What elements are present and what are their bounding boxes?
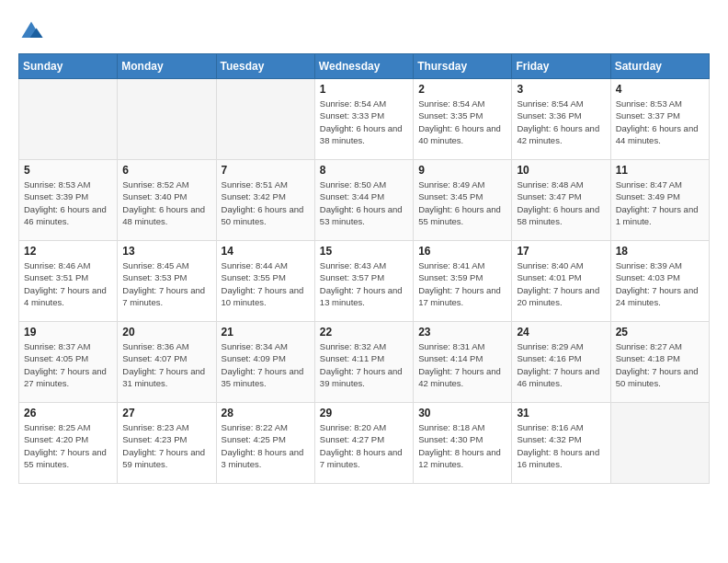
day-info: Sunrise: 8:46 AMSunset: 3:51 PMDaylight:… <box>24 259 112 308</box>
calendar-cell: 21Sunrise: 8:34 AMSunset: 4:09 PMDayligh… <box>216 322 314 403</box>
day-header-wednesday: Wednesday <box>314 54 413 79</box>
day-info: Sunrise: 8:45 AMSunset: 3:53 PMDaylight:… <box>122 259 210 308</box>
calendar-cell: 31Sunrise: 8:16 AMSunset: 4:32 PMDayligh… <box>512 403 610 484</box>
calendar-cell: 3Sunrise: 8:54 AMSunset: 3:36 PMDaylight… <box>512 79 610 160</box>
calendar-cell: 7Sunrise: 8:51 AMSunset: 3:42 PMDaylight… <box>216 160 314 241</box>
calendar-cell: 27Sunrise: 8:23 AMSunset: 4:23 PMDayligh… <box>118 403 216 484</box>
day-number: 18 <box>616 245 704 258</box>
day-number: 5 <box>24 164 112 177</box>
calendar-cell: 10Sunrise: 8:48 AMSunset: 3:47 PMDayligh… <box>512 160 610 241</box>
calendar-cell: 4Sunrise: 8:53 AMSunset: 3:37 PMDaylight… <box>610 79 709 160</box>
day-info: Sunrise: 8:23 AMSunset: 4:23 PMDaylight:… <box>122 421 210 470</box>
day-number: 22 <box>320 326 408 339</box>
calendar-cell <box>610 403 709 484</box>
day-number: 14 <box>222 245 310 258</box>
calendar-week-2: 5Sunrise: 8:53 AMSunset: 3:39 PMDaylight… <box>19 160 710 241</box>
day-number: 1 <box>320 83 408 96</box>
day-info: Sunrise: 8:39 AMSunset: 4:03 PMDaylight:… <box>616 259 704 308</box>
calendar-cell: 13Sunrise: 8:45 AMSunset: 3:53 PMDayligh… <box>118 241 216 322</box>
day-number: 29 <box>320 407 408 419</box>
day-info: Sunrise: 8:54 AMSunset: 3:36 PMDaylight:… <box>517 98 605 146</box>
calendar-cell: 5Sunrise: 8:53 AMSunset: 3:39 PMDaylight… <box>19 160 118 241</box>
calendar-cell: 11Sunrise: 8:47 AMSunset: 3:49 PMDayligh… <box>610 160 709 241</box>
day-info: Sunrise: 8:41 AMSunset: 3:59 PMDaylight:… <box>418 259 506 308</box>
calendar-cell: 24Sunrise: 8:29 AMSunset: 4:16 PMDayligh… <box>512 322 610 403</box>
calendar-week-5: 26Sunrise: 8:25 AMSunset: 4:20 PMDayligh… <box>19 403 710 484</box>
calendar-cell: 18Sunrise: 8:39 AMSunset: 4:03 PMDayligh… <box>610 241 709 322</box>
day-number: 15 <box>320 245 408 258</box>
day-info: Sunrise: 8:29 AMSunset: 4:16 PMDaylight:… <box>517 340 605 389</box>
day-number: 19 <box>24 326 112 339</box>
day-number: 3 <box>517 83 605 96</box>
calendar-week-1: 1Sunrise: 8:54 AMSunset: 3:33 PMDaylight… <box>19 79 710 160</box>
day-number: 6 <box>122 164 210 177</box>
day-info: Sunrise: 8:49 AMSunset: 3:45 PMDaylight:… <box>418 178 506 227</box>
day-number: 24 <box>517 326 605 339</box>
page-header <box>18 18 710 44</box>
calendar-cell: 25Sunrise: 8:27 AMSunset: 4:18 PMDayligh… <box>610 322 709 403</box>
day-number: 16 <box>418 245 506 258</box>
day-info: Sunrise: 8:48 AMSunset: 3:47 PMDaylight:… <box>517 178 605 227</box>
calendar-cell: 9Sunrise: 8:49 AMSunset: 3:45 PMDaylight… <box>414 160 512 241</box>
day-number: 7 <box>222 164 310 177</box>
day-info: Sunrise: 8:54 AMSunset: 3:35 PMDaylight:… <box>418 98 506 146</box>
day-number: 8 <box>320 164 408 177</box>
day-info: Sunrise: 8:53 AMSunset: 3:39 PMDaylight:… <box>24 178 112 227</box>
calendar-cell: 28Sunrise: 8:22 AMSunset: 4:25 PMDayligh… <box>216 403 314 484</box>
day-info: Sunrise: 8:40 AMSunset: 4:01 PMDaylight:… <box>517 259 605 308</box>
day-header-monday: Monday <box>118 54 216 79</box>
day-number: 4 <box>616 83 704 96</box>
day-number: 2 <box>418 83 506 96</box>
day-number: 9 <box>418 164 506 177</box>
day-info: Sunrise: 8:27 AMSunset: 4:18 PMDaylight:… <box>616 340 704 389</box>
day-number: 11 <box>616 164 704 177</box>
day-number: 31 <box>517 407 605 419</box>
day-number: 25 <box>616 326 704 339</box>
calendar-cell: 2Sunrise: 8:54 AMSunset: 3:35 PMDaylight… <box>414 79 512 160</box>
day-info: Sunrise: 8:43 AMSunset: 3:57 PMDaylight:… <box>320 259 408 308</box>
calendar-cell: 30Sunrise: 8:18 AMSunset: 4:30 PMDayligh… <box>414 403 512 484</box>
calendar-cell: 29Sunrise: 8:20 AMSunset: 4:27 PMDayligh… <box>314 403 413 484</box>
calendar-cell: 23Sunrise: 8:31 AMSunset: 4:14 PMDayligh… <box>414 322 512 403</box>
day-info: Sunrise: 8:37 AMSunset: 4:05 PMDaylight:… <box>24 340 112 389</box>
day-info: Sunrise: 8:51 AMSunset: 3:42 PMDaylight:… <box>222 178 310 227</box>
day-number: 27 <box>122 407 210 419</box>
day-number: 10 <box>517 164 605 177</box>
day-header-tuesday: Tuesday <box>216 54 314 79</box>
calendar-week-4: 19Sunrise: 8:37 AMSunset: 4:05 PMDayligh… <box>19 322 710 403</box>
calendar-cell <box>216 79 314 160</box>
calendar-cell: 14Sunrise: 8:44 AMSunset: 3:55 PMDayligh… <box>216 241 314 322</box>
calendar-cell: 22Sunrise: 8:32 AMSunset: 4:11 PMDayligh… <box>314 322 413 403</box>
day-number: 21 <box>222 326 310 339</box>
calendar-header-row: SundayMondayTuesdayWednesdayThursdayFrid… <box>19 54 710 79</box>
calendar-cell: 19Sunrise: 8:37 AMSunset: 4:05 PMDayligh… <box>19 322 118 403</box>
calendar-cell: 1Sunrise: 8:54 AMSunset: 3:33 PMDaylight… <box>314 79 413 160</box>
day-info: Sunrise: 8:32 AMSunset: 4:11 PMDaylight:… <box>320 340 408 389</box>
day-info: Sunrise: 8:44 AMSunset: 3:55 PMDaylight:… <box>222 259 310 308</box>
day-info: Sunrise: 8:47 AMSunset: 3:49 PMDaylight:… <box>616 178 704 227</box>
calendar-cell: 6Sunrise: 8:52 AMSunset: 3:40 PMDaylight… <box>118 160 216 241</box>
day-number: 28 <box>222 407 310 419</box>
calendar-cell: 12Sunrise: 8:46 AMSunset: 3:51 PMDayligh… <box>19 241 118 322</box>
calendar-cell: 15Sunrise: 8:43 AMSunset: 3:57 PMDayligh… <box>314 241 413 322</box>
day-info: Sunrise: 8:16 AMSunset: 4:32 PMDaylight:… <box>517 421 605 470</box>
calendar-cell: 20Sunrise: 8:36 AMSunset: 4:07 PMDayligh… <box>118 322 216 403</box>
day-info: Sunrise: 8:22 AMSunset: 4:25 PMDaylight:… <box>222 421 310 470</box>
day-header-saturday: Saturday <box>610 54 709 79</box>
calendar-table: SundayMondayTuesdayWednesdayThursdayFrid… <box>18 53 710 484</box>
day-info: Sunrise: 8:50 AMSunset: 3:44 PMDaylight:… <box>320 178 408 227</box>
calendar-cell <box>19 79 118 160</box>
day-header-sunday: Sunday <box>19 54 118 79</box>
calendar-cell <box>118 79 216 160</box>
day-info: Sunrise: 8:54 AMSunset: 3:33 PMDaylight:… <box>320 98 408 146</box>
day-header-thursday: Thursday <box>414 54 512 79</box>
calendar-cell: 8Sunrise: 8:50 AMSunset: 3:44 PMDaylight… <box>314 160 413 241</box>
day-info: Sunrise: 8:31 AMSunset: 4:14 PMDaylight:… <box>418 340 506 389</box>
calendar-week-3: 12Sunrise: 8:46 AMSunset: 3:51 PMDayligh… <box>19 241 710 322</box>
day-info: Sunrise: 8:34 AMSunset: 4:09 PMDaylight:… <box>222 340 310 389</box>
day-number: 13 <box>122 245 210 258</box>
day-number: 30 <box>418 407 506 419</box>
day-info: Sunrise: 8:18 AMSunset: 4:30 PMDaylight:… <box>418 421 506 470</box>
day-number: 12 <box>24 245 112 258</box>
logo-icon <box>18 18 44 44</box>
